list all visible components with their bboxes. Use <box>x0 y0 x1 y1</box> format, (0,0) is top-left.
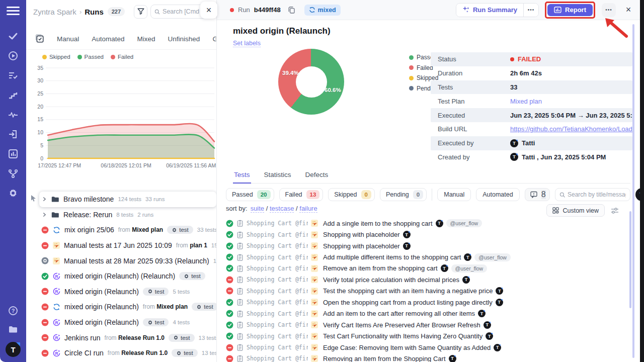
test-title[interactable]: Edge Case: Removing Item with Same Quant… <box>323 344 491 351</box>
run-row[interactable]: RCircle CI runfrom Release Run 1.0test13… <box>39 345 216 361</box>
test-suite[interactable]: Shopping Cart @firs... <box>247 276 308 283</box>
test-tag[interactable]: @user_flow <box>474 253 511 261</box>
test-title[interactable]: Add an item to the cart after removing a… <box>323 310 475 317</box>
run-group-row[interactable]: Bravo milestone124 tests33 runs <box>39 192 216 207</box>
help-icon[interactable]: ? <box>7 305 19 317</box>
automated-filter-button[interactable]: Automated <box>476 188 519 201</box>
test-title[interactable]: Test Cart Functionality with Items Havin… <box>323 332 482 340</box>
test-row[interactable]: Shopping Cart @firs...Verify total price… <box>226 274 631 285</box>
tab-defects[interactable]: Defects <box>304 170 330 183</box>
test-row[interactable]: Shopping Cart @firs...Add a single item … <box>226 218 631 229</box>
set-labels-link[interactable]: Set labels <box>233 40 261 47</box>
sort-by-suite[interactable]: suite <box>251 205 264 213</box>
test-suite[interactable]: Shopping Cart @firs... <box>247 299 308 306</box>
user-avatar[interactable]: T <box>6 342 21 357</box>
test-row[interactable]: Shopping Cart @firs...Add multiple diffe… <box>226 251 631 262</box>
run-plan-ref[interactable]: from Mixed plan <box>118 226 163 233</box>
test-row[interactable]: Shopping Cart @firs...Test the shopping … <box>226 286 631 297</box>
select-all-icon[interactable] <box>35 34 44 43</box>
test-title[interactable]: Add a single item to the shopping cart <box>323 220 433 227</box>
run-row[interactable]: Manual tests at 28 Mar 2025 09:33 (Relau… <box>39 253 216 268</box>
test-title[interactable]: Removing an Item from the Shopping Cart <box>323 355 446 362</box>
sort-by-failure[interactable]: failure <box>299 205 317 213</box>
run-summary-button[interactable]: Run Summary <box>456 4 523 17</box>
test-suite[interactable]: Shopping Cart @firs... <box>247 220 308 227</box>
filter-skipped[interactable]: Skipped0 <box>328 188 375 201</box>
test-row[interactable]: Shopping Cart @firs...Shopping with plac… <box>226 240 631 251</box>
test-suite[interactable]: Shopping Cart @firs... <box>247 288 308 295</box>
test-row[interactable]: Shopping Cart @firs...Open the shopping … <box>226 297 631 308</box>
menu-icon[interactable] <box>7 5 20 16</box>
run-group-row[interactable]: Release: Rerun8 tests2 runs <box>39 207 216 223</box>
filter-pending[interactable]: Pending0 <box>380 188 427 201</box>
test-row[interactable]: Shopping Cart @firs...Shopping with plac… <box>226 229 631 240</box>
run-summary-more-button[interactable]: ••• <box>523 4 538 17</box>
run-row[interactable]: Manual tests at 17 Jun 2025 10:09from pl… <box>39 238 216 253</box>
test-title[interactable]: Test the shopping cart with an item havi… <box>323 287 493 295</box>
test-title[interactable]: Add multiple different items to the shop… <box>323 253 461 261</box>
test-suite[interactable]: Shopping Cart @firs... <box>247 333 308 340</box>
run-plan-ref[interactable]: from plan 1 <box>176 242 207 249</box>
test-tag[interactable]: @user_flow <box>446 219 482 227</box>
panel-close-button[interactable]: × <box>200 2 217 19</box>
play-circle-icon[interactable] <box>7 50 19 62</box>
sign-in-icon[interactable] <box>7 128 19 140</box>
test-suite[interactable]: Shopping Cart @firs... <box>247 254 308 261</box>
more-actions-button[interactable]: ••• <box>602 3 616 17</box>
detail-link[interactable]: Mixed plan <box>510 98 542 105</box>
test-title[interactable]: Verify Cart Items Are Preserved After Br… <box>323 321 480 329</box>
test-title[interactable]: Shopping with placeholder <box>323 242 400 250</box>
runs-tab-manual[interactable]: Manual <box>57 35 79 43</box>
chevron-right-icon[interactable] <box>41 196 47 202</box>
run-plan-ref[interactable]: from Release Run 1.0 <box>108 349 168 356</box>
test-suite[interactable]: Shopping Cart @firs... <box>247 344 308 351</box>
filter-failed[interactable]: Failed13 <box>279 188 324 201</box>
check-icon[interactable] <box>7 30 19 42</box>
test-row[interactable]: Shopping Cart @firs...Removing an Item f… <box>226 353 631 362</box>
runs-tab-unfinished[interactable]: Unfinished <box>168 35 200 43</box>
sort-by-testcase[interactable]: testcase <box>270 205 294 213</box>
run-row[interactable]: mixed origin (Relaunch)from Mixed plante… <box>39 299 216 315</box>
list-check-icon[interactable] <box>7 69 19 81</box>
run-plan-ref[interactable]: from Release Run 1.0 <box>105 334 165 341</box>
test-row[interactable]: Shopping Cart @firs...Edge Case: Removin… <box>226 342 631 353</box>
copy-icon[interactable] <box>288 6 295 14</box>
runs-tab-mixed[interactable]: Mixed <box>137 35 155 43</box>
comments-filter-chip[interactable]: 8 <box>525 188 550 201</box>
tab-tests[interactable]: Tests <box>233 170 251 184</box>
runs-search-input[interactable] <box>163 8 206 15</box>
test-row[interactable]: Shopping Cart @firs...Add an item to the… <box>226 308 631 319</box>
steps-icon[interactable] <box>7 89 19 101</box>
run-row[interactable]: RMixed origin (Relaunch)test5 tests <box>39 284 216 300</box>
test-suite[interactable]: Shopping Cart @firs... <box>247 265 308 272</box>
test-suite[interactable]: Shopping Cart @firs... <box>247 355 308 362</box>
tests-search[interactable] <box>555 188 630 201</box>
test-row[interactable]: Shopping Cart @firs...Test Cart Function… <box>226 330 631 341</box>
bar-chart-icon[interactable] <box>7 148 19 160</box>
runs-tab-automated[interactable]: Automated <box>92 35 124 43</box>
close-run-button[interactable]: × <box>622 4 635 17</box>
test-row[interactable]: Shopping Cart @firs...Verify Cart Items … <box>226 319 631 330</box>
test-suite[interactable]: Shopping Cart @firs... <box>247 321 308 328</box>
folder-nav-icon[interactable] <box>7 323 19 335</box>
gear-icon[interactable] <box>7 187 19 199</box>
run-row[interactable]: Rmixed origin (Relaunch) (Relaunch)test <box>39 268 216 284</box>
test-tag[interactable]: @user_flow <box>451 264 488 273</box>
run-plan-ref[interactable]: from Mixed plan <box>143 303 188 310</box>
test-suite[interactable]: Shopping Cart @firs... <box>247 310 308 317</box>
test-suite[interactable]: Shopping Cart @firs... <box>247 242 308 249</box>
tests-scrollbar[interactable] <box>629 211 631 308</box>
run-row[interactable]: RJenkins runfrom Release Run 1.0test13 t… <box>39 330 216 345</box>
branch-icon[interactable] <box>7 167 19 179</box>
manual-filter-button[interactable]: Manual <box>437 188 471 201</box>
test-title[interactable]: Verify total price calculation with deci… <box>323 276 459 284</box>
activity-icon[interactable] <box>7 109 19 121</box>
tab-statistics[interactable]: Statistics <box>263 170 292 183</box>
test-suite[interactable]: Shopping Cart @firs... <box>247 231 308 238</box>
filter-button[interactable] <box>134 5 147 19</box>
tests-search-input[interactable] <box>568 191 626 198</box>
chevron-right-icon[interactable] <box>41 212 47 218</box>
panel-scrollbar[interactable] <box>632 24 634 358</box>
run-row[interactable]: mix origin 25/06from Mixed plantest33 te… <box>39 222 216 238</box>
run-row[interactable]: RMixed origin (Relaunch)test4 tests <box>39 315 216 330</box>
